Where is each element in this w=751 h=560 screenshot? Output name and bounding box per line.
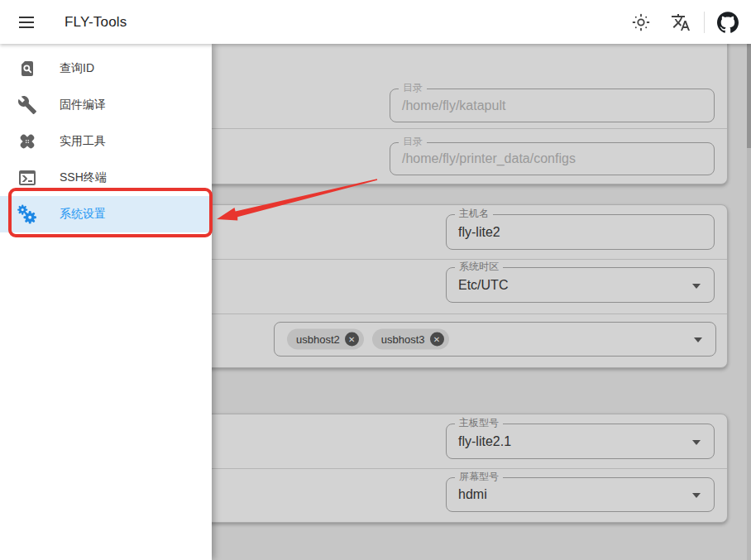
- sidebar-item-firmware-build[interactable]: 固件编译: [0, 87, 212, 123]
- file-search-icon: [17, 58, 38, 79]
- field-value: /home/fly/printer_data/configs: [402, 151, 576, 166]
- field-value: hdmi: [458, 487, 487, 502]
- field-label: 屏幕型号: [455, 471, 503, 482]
- sidebar-item-query-id[interactable]: 查询ID: [0, 50, 212, 87]
- hamburger-icon: [19, 17, 34, 28]
- appbar-divider: [704, 12, 705, 33]
- directories-card: 目录 /home/fly/katapult 目录 /home/fly/print…: [203, 30, 728, 184]
- field-value: Etc/UTC: [458, 278, 508, 293]
- field-label: 目录: [399, 82, 427, 93]
- translate-icon: [671, 12, 691, 32]
- row-divider: [204, 314, 727, 314]
- menu-button[interactable]: [10, 6, 43, 39]
- system-settings-card: 主机名 fly-lite2 系统时区 Etc/UTC usbhost2 ✕ us…: [203, 204, 728, 368]
- katapult-directory-field[interactable]: 目录 /home/fly/katapult: [390, 89, 715, 122]
- chip-group: usbhost2 ✕ usbhost3 ✕: [287, 329, 449, 350]
- usbhost-multiselect[interactable]: usbhost2 ✕ usbhost3 ✕: [274, 322, 716, 357]
- navigation-drawer: 查询ID 固件编译 实用工具: [0, 44, 212, 560]
- configs-directory-field[interactable]: 目录 /home/fly/printer_data/configs: [390, 142, 715, 175]
- hardware-card: 主板型号 fly-lite2.1 屏幕型号 hdmi: [203, 414, 728, 523]
- vertical-scrollbar[interactable]: [747, 44, 751, 560]
- chip-label: usbhost2: [296, 333, 340, 346]
- row-divider: [204, 128, 727, 129]
- theme-brightness-icon: [631, 12, 651, 32]
- sidebar-item-utilities[interactable]: 实用工具: [0, 123, 212, 160]
- sidebar-item-label: 查询ID: [60, 61, 94, 76]
- screen-model-select[interactable]: 屏幕型号 hdmi: [446, 477, 715, 512]
- chevron-down-icon: [694, 337, 702, 342]
- sidebar-item-label: 实用工具: [60, 134, 106, 149]
- github-button[interactable]: [711, 6, 744, 39]
- field-value: /home/fly/katapult: [402, 98, 505, 113]
- sidebar-item-label: 系统设置: [60, 207, 106, 222]
- row-divider: [204, 259, 727, 260]
- usbhost3-chip[interactable]: usbhost3 ✕: [372, 329, 449, 350]
- app-title: FLY-Tools: [65, 14, 127, 31]
- timezone-select[interactable]: 系统时区 Etc/UTC: [446, 267, 715, 303]
- github-icon: [717, 12, 739, 33]
- utility-icon: [17, 131, 38, 152]
- field-label: 主板型号: [455, 417, 503, 428]
- scrollbar-thumb[interactable]: [747, 44, 751, 148]
- terminal-icon: [17, 167, 38, 189]
- field-label: 主机名: [455, 208, 493, 219]
- board-model-select[interactable]: 主板型号 fly-lite2.1: [446, 424, 715, 459]
- field-value: fly-lite2: [458, 225, 500, 240]
- row-divider: [204, 468, 727, 469]
- chevron-down-icon: [692, 284, 701, 289]
- sidebar-item-ssh-terminal[interactable]: SSH终端: [0, 160, 212, 196]
- chevron-down-icon: [692, 440, 701, 445]
- sidebar-item-label: 固件编译: [60, 98, 106, 112]
- chip-close-icon[interactable]: ✕: [430, 333, 444, 347]
- sidebar-item-system-settings[interactable]: 系统设置: [0, 196, 212, 232]
- chevron-down-icon: [692, 493, 701, 498]
- app-bar: FLY-Tools: [0, 0, 751, 44]
- usbhost2-chip[interactable]: usbhost2 ✕: [287, 329, 364, 350]
- field-label: 目录: [399, 136, 427, 147]
- language-button[interactable]: [664, 6, 697, 39]
- hostname-field[interactable]: 主机名 fly-lite2: [446, 214, 715, 250]
- gears-icon: [17, 203, 38, 225]
- field-value: fly-lite2.1: [458, 434, 511, 449]
- theme-toggle-button[interactable]: [624, 6, 658, 39]
- field-label: 系统时区: [455, 261, 503, 272]
- chip-label: usbhost3: [381, 333, 425, 346]
- wrench-icon: [17, 94, 38, 116]
- chip-close-icon[interactable]: ✕: [345, 333, 359, 347]
- sidebar-item-label: SSH终端: [60, 170, 107, 185]
